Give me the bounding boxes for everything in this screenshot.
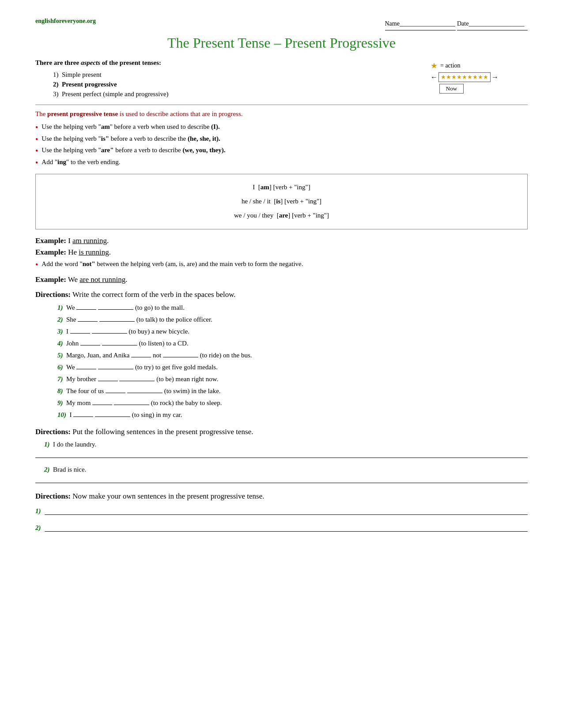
blank-2a[interactable] [78, 315, 98, 322]
example-1-label: Example: [35, 236, 66, 245]
own-num-1: 1) [35, 507, 41, 515]
now-label: Now [439, 84, 464, 94]
blank-5b[interactable] [163, 350, 198, 357]
negative-example-section: Example: We are not running. [35, 275, 528, 284]
list-item-3: 3) Present perfect (simple and progressi… [53, 90, 413, 98]
ex9-text: My mom (to rock) the baby to sleep. [66, 399, 222, 406]
write-num-1: 1) [44, 441, 50, 448]
exercise-1-5: 5) Margo, Juan, and Anika not (to ride) … [57, 350, 528, 359]
neg-bullet-text: Add the word "not" between the helping v… [42, 260, 303, 268]
blank-4b[interactable] [102, 338, 137, 345]
blank-3a[interactable] [70, 326, 90, 334]
blank-10a[interactable] [73, 410, 93, 417]
date-row: Date__________________ [457, 18, 528, 30]
blank-9b[interactable] [114, 398, 149, 405]
list-item-1: 1) Simple present [53, 71, 413, 79]
example-section: Example: I am running. Example: He is ru… [35, 236, 528, 257]
own-num-2: 2) [35, 524, 41, 532]
own-sentence-1: 1) [35, 507, 528, 515]
write-sentence-2: Brad is nice. [53, 466, 86, 473]
exercise-1-9: 9) My mom (to rock) the baby to sleep. [57, 398, 528, 407]
write-num-2: 2) [44, 466, 50, 473]
bullet-3: • Use the helping verb "are" before a ve… [35, 146, 528, 156]
ex8-text: The four of us (to swim) in the lake. [66, 387, 221, 394]
ex7-text: My brother (to be) mean right now. [66, 375, 218, 383]
page-title: The Present Tense – Present Progressive [35, 35, 528, 51]
directions-3-label: Directions: [35, 492, 71, 500]
bullet-dot-1: • [35, 123, 38, 133]
prog-bold-phrase: present progressive tense [47, 110, 118, 117]
answer-line-1[interactable] [35, 450, 528, 458]
blank-4a[interactable] [80, 338, 100, 345]
exercise-1-4: 4) John (to listen) to a CD. [57, 338, 528, 347]
bullet-text-2: Use the helping verb "is" before a verb … [42, 135, 220, 143]
blank-10b[interactable] [95, 410, 130, 417]
directions-1: Directions: Write the correct form of th… [35, 290, 528, 419]
blank-9a[interactable] [92, 398, 112, 405]
ex6-text: We (to try) to get five gold medals. [66, 364, 218, 371]
blank-7b[interactable] [119, 374, 155, 381]
bullet-text-3: Use the helping verb "are" before a verb… [42, 146, 225, 154]
directions-2-text: Directions: Put the following sentences … [35, 428, 528, 436]
exercise-1-2: 2) She (to talk) to the police officer. [57, 315, 528, 323]
name-row: Name__________________ [385, 18, 456, 30]
bullet-text-4: Add "ing" to the verb ending. [42, 158, 120, 166]
formula-line-2: he / she / it [is] [verb + "ing"] [45, 195, 518, 208]
diagram-column: ★ = action ← ★★★★★★★★★ → Now [431, 59, 528, 94]
own-line-1[interactable] [45, 507, 528, 515]
directions-2: Directions: Put the following sentences … [35, 428, 528, 483]
exercise-list-1: 1) We (to go) to the mall. 2) She (to ta… [35, 303, 528, 419]
blank-2b[interactable] [99, 315, 135, 322]
intro-section: There are three aspects of the present t… [35, 59, 528, 100]
exercise-1-1: 1) We (to go) to the mall. [57, 303, 528, 311]
ex4-text: John (to listen) to a CD. [66, 340, 189, 347]
site-name: englishforeveryone.org [35, 18, 96, 25]
blank-3b[interactable] [92, 326, 127, 334]
blank-8b[interactable] [127, 386, 162, 393]
blank-8a[interactable] [106, 386, 125, 393]
divider [35, 105, 528, 105]
bullet-text-1: Use the helping verb "am" before a verb … [42, 123, 219, 131]
formula-box: I [am] [verb + "ing"] he / she / it [is]… [35, 174, 528, 229]
example-2-label: Example: [35, 248, 66, 256]
bullet-1: • Use the helping verb "am" before a ver… [35, 123, 528, 133]
example-1: Example: I am running. [35, 236, 528, 245]
ex10-text: I (to sing) in my car. [70, 411, 182, 418]
prog-description: The present progressive tense is used to… [35, 110, 528, 118]
blank-6a[interactable] [76, 362, 96, 369]
date-label: Date [457, 20, 469, 27]
answer-line-2[interactable] [35, 475, 528, 483]
example-neg-underline: are not running [79, 275, 125, 284]
own-line-2[interactable] [45, 524, 528, 532]
site-name-part3: .org [85, 18, 96, 24]
intro-text: There are three aspects of the present t… [35, 59, 413, 67]
own-sentence-2: 2) [35, 524, 528, 532]
exercise-1-7: 7) My brother (to be) mean right now. [57, 374, 528, 383]
negative-bullet: • Add the word "not" between the helping… [35, 260, 528, 270]
blank-1a[interactable] [76, 303, 96, 310]
bullet-2: • Use the helping verb "is" before a ver… [35, 135, 528, 145]
star-action-label: = action [440, 62, 461, 69]
write-item-2: 2) Brad is nice. [44, 466, 528, 473]
list-item-2: 2) Present progressive [53, 81, 413, 88]
directions-1-text: Directions: Write the correct form of th… [35, 290, 528, 299]
write-sentence-1: I do the laundry. [53, 441, 96, 448]
ex3-text: I (to buy) a new bicycle. [66, 328, 189, 335]
bullet-dot-2: • [35, 135, 38, 145]
star-legend: ★ = action [431, 61, 528, 71]
directions-3: Directions: Now make your own sentences … [35, 492, 528, 532]
ex1-text: We (to go) to the mall. [66, 304, 185, 311]
ex2-text: She (to talk) to the police officer. [66, 316, 212, 323]
blank-1b[interactable] [98, 303, 133, 310]
blank-6b[interactable] [98, 362, 133, 369]
formula-line-1: I [am] [verb + "ing"] [45, 180, 518, 194]
blank-5a[interactable] [131, 350, 151, 357]
now-box: Now [439, 84, 528, 94]
example-2-underline: is running [79, 248, 109, 256]
write-item-1: 1) I do the laundry. [44, 441, 528, 448]
directions-2-label: Directions: [35, 428, 71, 436]
stars-timeline: ★★★★★★★★★ [438, 72, 491, 82]
example-2: Example: He is running. [35, 248, 528, 257]
neg-bullet-dot: • [35, 260, 38, 270]
blank-7a[interactable] [98, 374, 118, 381]
